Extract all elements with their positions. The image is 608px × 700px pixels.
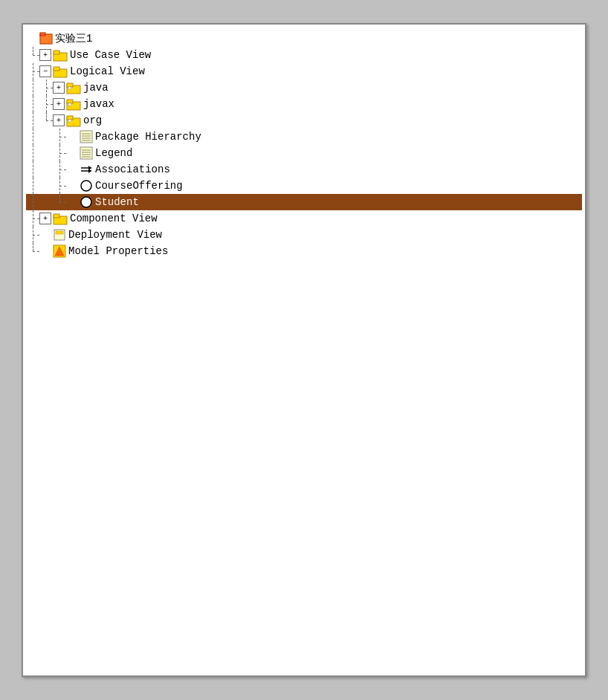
root-label: 实验三1 <box>55 32 92 45</box>
javax-item[interactable]: + javax <box>26 96 582 112</box>
svg-rect-16 <box>68 120 71 122</box>
v-connector <box>26 178 39 194</box>
svg-rect-36 <box>56 231 63 234</box>
root-item[interactable]: 实验三1 <box>26 30 582 47</box>
connector-line <box>26 63 39 80</box>
svg-rect-15 <box>67 116 73 120</box>
svg-rect-13 <box>68 103 71 106</box>
expand-java[interactable]: + <box>53 82 65 94</box>
deployment-view-item[interactable]: Deployment View <box>26 227 582 243</box>
svg-marker-30 <box>88 169 91 173</box>
java-label: java <box>83 82 109 94</box>
expand-component[interactable]: + <box>39 213 51 224</box>
svg-rect-17 <box>80 131 92 143</box>
svg-rect-9 <box>67 83 73 87</box>
expand-javax[interactable]: + <box>53 98 65 110</box>
logical-view-item[interactable]: − Logical View <box>26 63 582 80</box>
svg-point-31 <box>81 181 91 191</box>
connector-line <box>26 47 39 63</box>
connector-line <box>53 178 66 194</box>
deployment-icon <box>53 228 66 242</box>
connector-line <box>39 112 53 129</box>
model-properties-label: Model Properties <box>68 245 168 257</box>
v-connector <box>26 80 39 96</box>
connector-line <box>53 161 66 178</box>
component-view-item[interactable]: + Component View <box>26 210 582 227</box>
course-offering-label: CourseOffering <box>95 180 183 192</box>
connector-line <box>39 80 53 96</box>
main-window: 实验三1 + Use Case View − Logical View <box>22 23 586 677</box>
legend-item[interactable]: Legend <box>26 145 582 161</box>
legend-label: Legend <box>95 147 132 159</box>
folder-icon-use-case <box>53 48 68 62</box>
svg-rect-34 <box>54 214 59 218</box>
connector-line <box>53 129 66 145</box>
v-connector <box>26 112 39 129</box>
folder-icon-org <box>66 114 81 127</box>
student-item[interactable]: Student <box>26 194 582 210</box>
org-label: org <box>83 114 102 126</box>
component-view-label: Component View <box>70 213 158 224</box>
package-hierarchy-item[interactable]: Package Hierarchy <box>26 129 582 145</box>
org-item[interactable]: + org <box>26 112 582 129</box>
package-hierarchy-label: Package Hierarchy <box>95 131 201 143</box>
expand-use-case[interactable]: + <box>39 49 51 61</box>
v-connector <box>26 194 39 210</box>
model-properties-item[interactable]: Model Properties <box>26 243 582 259</box>
connector-line <box>26 243 39 259</box>
svg-rect-3 <box>40 33 45 36</box>
root-icon <box>39 32 53 45</box>
expand-logical[interactable]: − <box>39 65 51 77</box>
connector-line <box>26 227 39 243</box>
associations-item[interactable]: Associations <box>26 161 582 178</box>
folder-icon-javax <box>66 97 81 111</box>
v-connector <box>26 145 39 161</box>
model-props-icon <box>53 244 66 258</box>
svg-point-32 <box>81 197 91 207</box>
java-item[interactable]: + java <box>26 80 582 96</box>
v-connector <box>26 129 39 145</box>
student-label: Student <box>95 196 139 208</box>
use-case-label: Use Case View <box>70 49 151 61</box>
class-icon-course <box>80 179 93 192</box>
connector-line <box>53 194 66 210</box>
svg-rect-10 <box>68 87 71 89</box>
tree-container[interactable]: 实验三1 + Use Case View − Logical View <box>23 25 585 675</box>
diagram-icon-legend <box>80 146 93 160</box>
diagram-icon-pkg <box>80 130 93 143</box>
javax-label: javax <box>83 98 114 110</box>
folder-icon-java <box>66 81 81 94</box>
course-offering-item[interactable]: CourseOffering <box>26 178 582 194</box>
svg-rect-7 <box>54 67 59 71</box>
association-icon <box>80 163 93 176</box>
deployment-label: Deployment View <box>68 229 162 241</box>
use-case-view-item[interactable]: + Use Case View <box>26 47 582 63</box>
class-icon-student <box>80 195 93 209</box>
v-connector <box>26 161 39 178</box>
associations-label: Associations <box>95 163 170 175</box>
expand-org[interactable]: + <box>53 114 65 126</box>
folder-icon-component <box>53 212 68 225</box>
logical-label: Logical View <box>70 65 145 77</box>
connector-line <box>39 96 53 112</box>
svg-rect-12 <box>67 100 73 103</box>
folder-icon-logical <box>53 65 68 78</box>
connector-line <box>26 210 39 227</box>
v-connector <box>26 96 39 112</box>
svg-rect-22 <box>80 147 92 159</box>
connector-line <box>53 145 66 161</box>
svg-rect-5 <box>54 51 59 54</box>
